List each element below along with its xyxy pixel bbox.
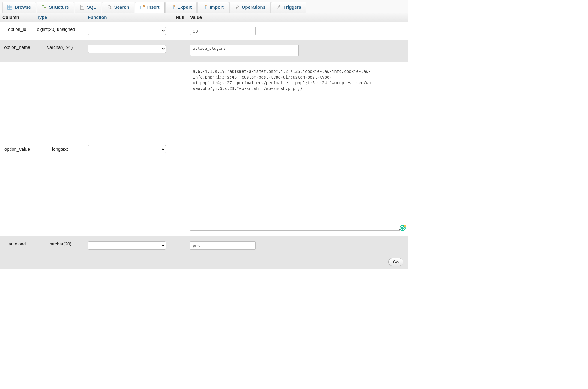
column-type: longtext — [34, 145, 86, 153]
function-select-autoload[interactable] — [88, 241, 166, 250]
svg-rect-19 — [405, 225, 405, 226]
svg-rect-0 — [8, 5, 12, 9]
row-autoload: autoload varchar(20) — [0, 236, 408, 254]
svg-point-10 — [108, 5, 110, 8]
value-input-option-name[interactable] — [190, 45, 299, 56]
tab-label: Browse — [15, 4, 31, 10]
tab-label: Insert — [147, 4, 160, 10]
svg-rect-5 — [44, 7, 46, 8]
header-null: Null — [173, 13, 188, 22]
column-name: option_id — [0, 25, 34, 34]
tabs-bar: Browse Structure SQL Search Insert Expor… — [0, 0, 408, 13]
header-column: Column — [0, 13, 34, 22]
go-button[interactable]: Go — [388, 258, 403, 266]
browse-icon — [8, 5, 12, 10]
tab-label: Import — [210, 4, 224, 10]
tab-label: Search — [114, 4, 129, 10]
search-icon — [107, 5, 112, 10]
column-type: varchar(191) — [34, 43, 86, 52]
tab-operations[interactable]: Operations — [230, 2, 271, 13]
column-type: varchar(20) — [34, 239, 86, 248]
svg-line-11 — [110, 8, 111, 9]
sql-icon — [80, 5, 85, 10]
header-function[interactable]: Function — [86, 13, 173, 22]
export-icon — [170, 5, 175, 10]
tab-search[interactable]: Search — [102, 2, 134, 13]
header-value: Value — [188, 13, 408, 22]
tab-label: Triggers — [284, 4, 301, 10]
function-select-option-name[interactable] — [88, 45, 166, 53]
column-type: bigint(20) unsigned — [34, 25, 86, 34]
tab-sql[interactable]: SQL — [75, 2, 101, 13]
tab-browse[interactable]: Browse — [2, 2, 36, 13]
value-input-option-id[interactable] — [190, 27, 256, 35]
table-header: Column Type Function Null Value — [0, 13, 408, 22]
row-option-name: option_name varchar(191) — [0, 40, 408, 62]
tab-triggers[interactable]: Triggers — [271, 2, 306, 13]
svg-rect-4 — [42, 5, 44, 6]
column-name: autoload — [0, 239, 34, 248]
row-option-id: option_id bigint(20) unsigned — [0, 22, 408, 40]
tab-export[interactable]: Export — [165, 2, 197, 13]
column-name: option_value — [0, 145, 34, 153]
import-icon — [202, 5, 207, 10]
footer-bar: Go — [0, 254, 408, 269]
function-select-option-value[interactable] — [88, 145, 166, 153]
operations-icon — [235, 5, 239, 10]
tab-label: SQL — [87, 4, 96, 10]
svg-rect-15 — [171, 6, 173, 9]
value-input-autoload[interactable] — [190, 241, 256, 250]
svg-point-20 — [405, 226, 405, 227]
tab-structure[interactable]: Structure — [37, 2, 74, 13]
header-type[interactable]: Type — [34, 13, 86, 22]
triggers-icon — [276, 5, 281, 10]
column-name: option_name — [0, 43, 34, 52]
tab-label: Operations — [242, 4, 266, 10]
function-select-option-id[interactable] — [88, 27, 166, 35]
row-option-value: option_value longtext — [0, 62, 408, 236]
svg-rect-16 — [203, 6, 206, 9]
grammarly-badge-icon — [399, 224, 406, 232]
value-input-option-value[interactable] — [190, 67, 400, 231]
structure-icon — [42, 5, 46, 10]
tab-label: Structure — [49, 4, 69, 10]
tab-label: Export — [178, 4, 192, 10]
tab-import[interactable]: Import — [197, 2, 229, 13]
insert-icon — [140, 5, 145, 10]
tab-insert[interactable]: Insert — [135, 2, 165, 13]
